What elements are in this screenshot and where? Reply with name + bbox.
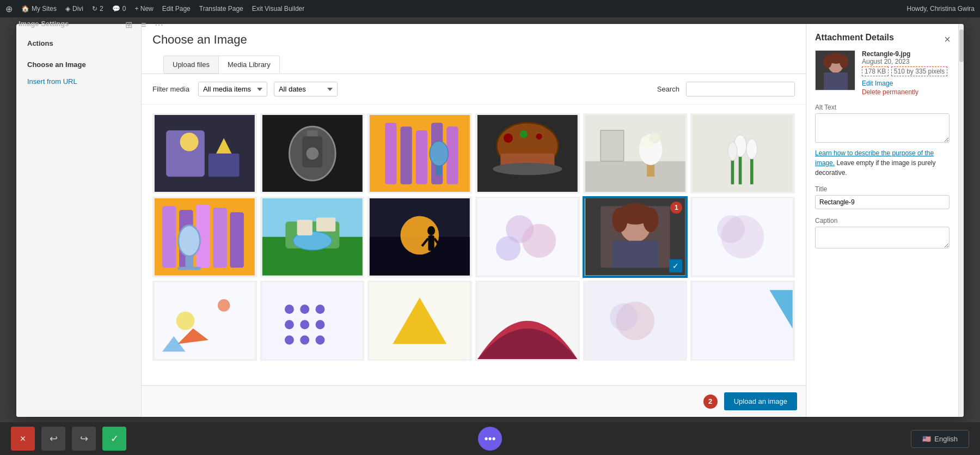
attachment-thumbnail xyxy=(815,50,855,90)
svg-rect-34 xyxy=(750,157,754,185)
svg-point-37 xyxy=(746,139,757,159)
filter-date-select[interactable]: All dates January 2024 August 2023 xyxy=(274,82,338,96)
attachment-thumb-svg xyxy=(816,51,855,90)
top-more-icon[interactable]: ⋯ xyxy=(155,20,163,30)
revisions-count[interactable]: ↻ 2 xyxy=(92,5,103,13)
dialog-main: Choose an Image Upload files Media Libra… xyxy=(142,24,806,417)
svg-rect-46 xyxy=(185,257,193,268)
svg-point-84 xyxy=(285,320,294,329)
english-language-button[interactable]: 🇺🇸 English xyxy=(911,430,969,448)
attachment-filesize: 178 KB xyxy=(862,66,889,76)
media-item[interactable] xyxy=(583,113,688,193)
media-thumb-svg xyxy=(477,198,578,275)
svg-point-76 xyxy=(176,312,195,330)
svg-point-95 xyxy=(610,303,638,331)
image-settings-label: Image Settings xyxy=(19,20,69,28)
sidebar-item-insert-url[interactable]: Insert from URL xyxy=(16,73,141,90)
media-item[interactable] xyxy=(475,197,580,277)
media-item[interactable] xyxy=(367,113,472,193)
dialog-scrollbar[interactable] xyxy=(958,24,964,417)
bottom-bar-center: ••• xyxy=(478,427,502,451)
edit-page-btn[interactable]: Edit Page xyxy=(162,5,191,13)
media-thumb-svg xyxy=(477,282,578,359)
wp-logo-icon[interactable]: ⊕ xyxy=(5,4,13,14)
bottom-bar-left: × ↩ ↪ ✓ xyxy=(11,427,126,451)
dots-menu-button[interactable]: ••• xyxy=(478,427,502,451)
cancel-button[interactable]: × xyxy=(11,427,35,451)
media-grid-area[interactable]: 1 ✓ xyxy=(142,105,806,385)
media-thumb-svg xyxy=(262,115,363,192)
svg-rect-26 xyxy=(585,161,685,192)
svg-point-85 xyxy=(300,320,309,329)
comments-count[interactable]: 💬 0 xyxy=(112,5,126,13)
media-item[interactable] xyxy=(690,113,795,193)
media-item[interactable] xyxy=(475,113,580,193)
alt-text-label: Alt Text xyxy=(815,104,950,111)
media-thumb-svg xyxy=(692,282,793,359)
filter-type-select[interactable]: All media items Images Audio Video xyxy=(198,82,267,96)
svg-point-82 xyxy=(300,305,309,314)
media-item-selected[interactable]: 1 ✓ xyxy=(583,197,688,277)
svg-point-83 xyxy=(315,305,324,314)
new-menu[interactable]: + New xyxy=(134,5,153,13)
svg-point-38 xyxy=(728,142,737,161)
svg-point-31 xyxy=(649,133,660,144)
top-grid-icon[interactable]: ⊞ xyxy=(125,20,132,30)
svg-point-88 xyxy=(300,335,309,344)
svg-rect-12 xyxy=(401,126,412,184)
svg-point-103 xyxy=(840,55,848,68)
caption-input[interactable] xyxy=(815,227,950,248)
media-item[interactable] xyxy=(152,281,257,361)
media-item[interactable] xyxy=(367,281,472,361)
svg-point-21 xyxy=(504,134,513,143)
divi-menu[interactable]: ◈ Divi xyxy=(65,5,83,13)
svg-point-64 xyxy=(496,236,520,261)
svg-rect-17 xyxy=(436,166,442,175)
media-dialog: Actions Choose an Image Insert from URL … xyxy=(16,24,964,417)
alt-text-input[interactable] xyxy=(815,113,950,143)
filter-media-label: Filter media xyxy=(152,85,189,93)
svg-rect-47 xyxy=(177,267,200,270)
confirm-button[interactable]: ✓ xyxy=(102,427,126,451)
tab-upload-files[interactable]: Upload files xyxy=(163,56,219,74)
media-item[interactable] xyxy=(260,197,365,277)
attachment-dimensions: 510 by 335 pixels xyxy=(891,66,947,76)
svg-point-74 xyxy=(717,216,745,244)
media-item[interactable] xyxy=(367,197,472,277)
svg-point-22 xyxy=(520,130,528,138)
redo-button[interactable]: ↪ xyxy=(72,427,96,451)
media-item[interactable] xyxy=(260,113,365,193)
my-sites-menu[interactable]: 🏠 My Sites xyxy=(21,5,57,13)
media-item[interactable] xyxy=(260,281,365,361)
top-columns-icon[interactable]: ≡ xyxy=(141,20,146,30)
svg-point-89 xyxy=(315,335,324,344)
media-item[interactable] xyxy=(475,281,580,361)
title-input[interactable] xyxy=(815,195,950,209)
media-thumb-svg xyxy=(692,115,793,192)
media-thumb-svg xyxy=(154,282,255,359)
tab-media-library[interactable]: Media Library xyxy=(218,56,280,74)
attachment-details-panel: Attachment Details Rectangle-9.jpg Augus… xyxy=(806,24,958,417)
exit-visual-builder-btn[interactable]: Exit Visual Builder xyxy=(252,5,305,13)
svg-rect-100 xyxy=(824,72,848,90)
sidebar-item-choose-image[interactable]: Choose an Image xyxy=(16,56,141,73)
translate-page-btn[interactable]: Translate Page xyxy=(199,5,243,13)
media-item[interactable] xyxy=(152,197,257,277)
svg-rect-58 xyxy=(428,235,434,251)
media-item[interactable] xyxy=(152,113,257,193)
media-thumb-svg xyxy=(369,115,470,192)
media-item[interactable] xyxy=(583,281,688,361)
alt-text-help: Learn how to describe the purpose of the… xyxy=(815,148,950,178)
media-thumb-svg xyxy=(154,115,255,192)
dialog-title: Choose an Image xyxy=(152,33,290,47)
media-item[interactable] xyxy=(690,281,795,361)
undo-button[interactable]: ↩ xyxy=(41,427,65,451)
search-input[interactable] xyxy=(686,82,795,96)
media-thumb-svg xyxy=(154,198,255,275)
upload-btn-area: 2 Upload an image xyxy=(142,385,806,417)
upload-image-button[interactable]: Upload an image xyxy=(724,392,797,410)
media-item[interactable] xyxy=(690,197,795,277)
svg-point-23 xyxy=(536,134,542,139)
dialog-sidebar: Actions Choose an Image Insert from URL xyxy=(16,24,142,417)
svg-rect-43 xyxy=(213,208,226,268)
